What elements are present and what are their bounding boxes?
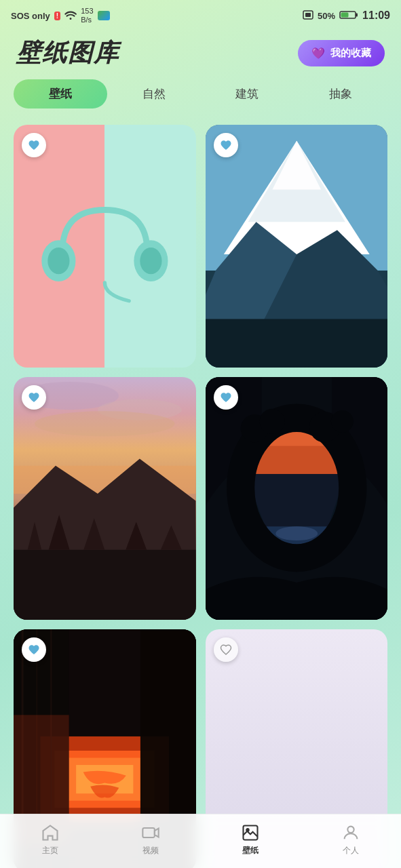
tab-abstract[interactable]: 抽象: [294, 79, 387, 108]
favorites-button[interactable]: 💜 我的收藏: [298, 40, 385, 66]
svg-rect-3: [356, 13, 358, 16]
home-icon: [41, 823, 60, 842]
svg-point-8: [140, 248, 161, 274]
header: 壁纸图库 💜 我的收藏: [0, 30, 401, 79]
nav-profile-label: 个人: [343, 845, 359, 856]
svg-rect-14: [206, 319, 388, 368]
svg-rect-22: [14, 550, 196, 620]
svg-point-41: [330, 410, 353, 433]
nav-profile[interactable]: 个人: [301, 823, 401, 859]
bottom-nav: 主页 视频 壁纸 个人: [0, 814, 401, 868]
nav-home-label: 主页: [42, 845, 58, 856]
status-right: 50% 11:09: [303, 9, 390, 22]
favorite-btn-3[interactable]: [22, 385, 46, 410]
sos-text: SOS only: [11, 11, 50, 21]
svg-rect-4: [341, 12, 349, 17]
svg-point-19: [35, 411, 175, 436]
wallpaper-card-2[interactable]: [206, 125, 388, 368]
heart-icon-4: [220, 391, 232, 403]
favorites-heart-icon: 💜: [311, 47, 325, 60]
nav-wallpaper[interactable]: 壁纸: [201, 823, 301, 859]
speed-text: 153 B/s: [81, 7, 93, 24]
svg-point-39: [259, 409, 284, 434]
status-left: SOS only ! 153 B/s: [11, 7, 110, 24]
wallpaper-nav-icon: [241, 823, 260, 842]
profile-icon: [341, 823, 360, 842]
heart-icon-6: [220, 644, 232, 656]
svg-rect-1: [305, 13, 311, 17]
nav-home[interactable]: 主页: [0, 823, 100, 859]
wallpaper-card-4[interactable]: [206, 377, 388, 620]
nav-video[interactable]: 视频: [100, 823, 201, 859]
sim-icon: [303, 10, 313, 22]
arch-svg: [206, 377, 388, 620]
favorite-btn-5[interactable]: [22, 637, 46, 662]
heart-icon-3: [28, 391, 40, 403]
tab-nature[interactable]: 自然: [107, 79, 201, 108]
wallpaper-card-1[interactable]: [14, 125, 196, 368]
favorite-btn-6[interactable]: [214, 637, 238, 662]
tab-wallpaper[interactable]: 壁纸: [14, 79, 107, 108]
sos-icon: !: [54, 12, 60, 20]
wallpaper-grid: [0, 119, 401, 868]
app-title: 壁纸图库: [16, 37, 119, 70]
sunset-svg: [14, 377, 196, 620]
nav-video-label: 视频: [142, 845, 159, 856]
headphones-art: [32, 149, 178, 343]
favorites-label: 我的收藏: [330, 47, 371, 60]
wifi-icon: [64, 10, 77, 22]
svg-point-57: [347, 827, 354, 833]
status-bar: SOS only ! 153 B/s 50% 11:09: [0, 0, 401, 30]
svg-rect-54: [142, 828, 155, 837]
favorite-btn-2[interactable]: [214, 133, 238, 157]
heart-icon-1: [28, 139, 40, 151]
extra-icon: [98, 11, 110, 20]
heart-icon-2: [220, 139, 232, 151]
tab-architecture[interactable]: 建筑: [201, 79, 294, 108]
favorite-btn-1[interactable]: [22, 133, 46, 157]
battery-percent: 50%: [318, 11, 335, 21]
time: 11:09: [362, 9, 390, 22]
heart-icon-5: [28, 644, 40, 656]
nav-wallpaper-label: 壁纸: [242, 845, 259, 856]
tabs-container: 壁纸 自然 建筑 抽象: [0, 79, 401, 119]
video-icon: [141, 823, 160, 842]
wallpaper-card-3[interactable]: [14, 377, 196, 620]
favorite-btn-4[interactable]: [214, 385, 238, 410]
svg-point-34: [275, 526, 318, 540]
battery-icon: [339, 10, 358, 22]
mountain-svg: [206, 125, 388, 368]
svg-point-6: [47, 248, 69, 274]
